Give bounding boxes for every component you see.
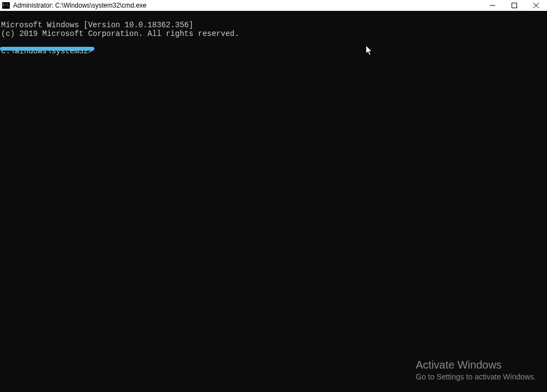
terminal-line-copyright: (c) 2019 Microsoft Corporation. All righ… xyxy=(1,29,239,38)
maximize-button[interactable] xyxy=(503,0,525,11)
window-titlebar: Administrator: C:\Windows\system32\cmd.e… xyxy=(0,0,547,11)
highlight-annotation xyxy=(0,47,94,51)
window-controls xyxy=(482,0,547,11)
watermark-subtitle: Go to Settings to activate Windows. xyxy=(416,372,536,381)
close-button[interactable] xyxy=(525,0,547,11)
window-title: Administrator: C:\Windows\system32\cmd.e… xyxy=(13,2,147,9)
activation-watermark: Activate Windows Go to Settings to activ… xyxy=(416,359,536,381)
watermark-title: Activate Windows xyxy=(416,359,536,371)
minimize-button[interactable] xyxy=(482,0,503,11)
terminal-line-version: Microsoft Windows [Version 10.0.18362.35… xyxy=(1,21,193,29)
svg-rect-1 xyxy=(512,3,517,8)
cmd-icon xyxy=(2,2,10,9)
